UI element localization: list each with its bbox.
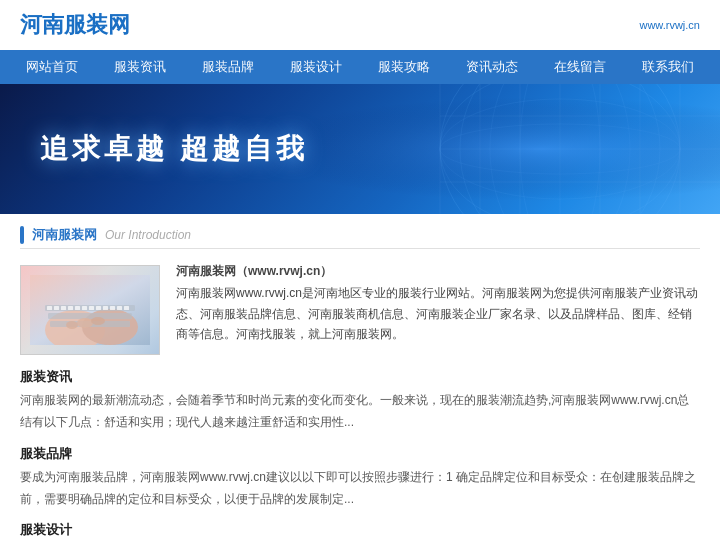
svg-rect-26 — [61, 306, 66, 310]
article-1: 服装品牌 要成为河南服装品牌，河南服装网www.rvwj.cn建议以以下即可以按… — [20, 442, 700, 511]
content-area: 河南服装网 Our Introduction — [0, 214, 720, 540]
svg-rect-31 — [96, 306, 101, 310]
intro-description: 河南服装网www.rvwj.cn是河南地区专业的服装行业网站。河南服装网为您提供… — [176, 283, 700, 344]
svg-rect-28 — [75, 306, 80, 310]
nav-item-design[interactable]: 服装设计 — [272, 50, 360, 84]
intro-text: 河南服装网（www.rvwj.cn） 河南服装网www.rvwj.cn是河南地区… — [176, 261, 700, 355]
nav-item-strategy[interactable]: 服装攻略 — [360, 50, 448, 84]
nav-item-dynamic[interactable]: 资讯动态 — [448, 50, 536, 84]
articles-section: 服装资讯 河南服装网的最新潮流动态，会随着季节和时尚元素的变化而变化。一般来说，… — [20, 365, 700, 540]
svg-point-38 — [66, 321, 78, 329]
article-0-title: 服装资讯 — [20, 365, 700, 388]
main-nav: 网站首页 服装资讯 服装品牌 服装设计 服装攻略 资讯动态 在线留言 联系我们 — [0, 50, 720, 84]
svg-rect-22 — [48, 313, 132, 319]
nav-item-message[interactable]: 在线留言 — [536, 50, 624, 84]
section-title-subtitle: Our Introduction — [105, 228, 191, 242]
intro-site-name: 河南服装网（www.rvwj.cn） — [176, 261, 700, 281]
header: 河南服装网 www.rvwj.cn — [0, 0, 720, 50]
banner: 追求卓越 超越自我 — [0, 84, 720, 214]
svg-point-36 — [77, 318, 93, 328]
keyboard-illustration — [30, 275, 150, 345]
article-2: 服装设计 河南服装网服装设计需要掌握以下知识：服装款式设计；服装款式设计是服装的… — [20, 518, 700, 540]
section-title-text: 河南服装网 — [32, 226, 97, 244]
svg-rect-34 — [117, 306, 122, 310]
svg-point-37 — [91, 317, 105, 325]
intro-section: 河南服装网（www.rvwj.cn） 河南服装网www.rvwj.cn是河南地区… — [20, 261, 700, 355]
section-title-bar: 河南服装网 Our Introduction — [20, 226, 700, 249]
svg-rect-27 — [68, 306, 73, 310]
nav-item-contact[interactable]: 联系我们 — [624, 50, 712, 84]
article-2-title: 服装设计 — [20, 518, 700, 540]
svg-rect-32 — [103, 306, 108, 310]
title-accent-bar — [20, 226, 24, 244]
nav-item-brand[interactable]: 服装品牌 — [184, 50, 272, 84]
svg-rect-30 — [89, 306, 94, 310]
svg-rect-25 — [54, 306, 59, 310]
nav-item-home[interactable]: 网站首页 — [8, 50, 96, 84]
banner-text: 追求卓越 超越自我 — [0, 130, 308, 168]
site-url: www.rvwj.cn — [639, 19, 700, 31]
article-1-title: 服装品牌 — [20, 442, 700, 465]
site-logo[interactable]: 河南服装网 — [20, 10, 130, 40]
svg-rect-29 — [82, 306, 87, 310]
intro-image — [20, 265, 160, 355]
article-0-text: 河南服装网的最新潮流动态，会随着季节和时尚元素的变化而变化。一般来说，现在的服装… — [20, 390, 700, 433]
article-0: 服装资讯 河南服装网的最新潮流动态，会随着季节和时尚元素的变化而变化。一般来说，… — [20, 365, 700, 434]
article-1-text: 要成为河南服装品牌，河南服装网www.rvwj.cn建议以以下即可以按照步骤进行… — [20, 467, 700, 510]
svg-rect-35 — [124, 306, 129, 310]
nav-item-news[interactable]: 服装资讯 — [96, 50, 184, 84]
svg-rect-24 — [47, 306, 52, 310]
svg-rect-33 — [110, 306, 115, 310]
